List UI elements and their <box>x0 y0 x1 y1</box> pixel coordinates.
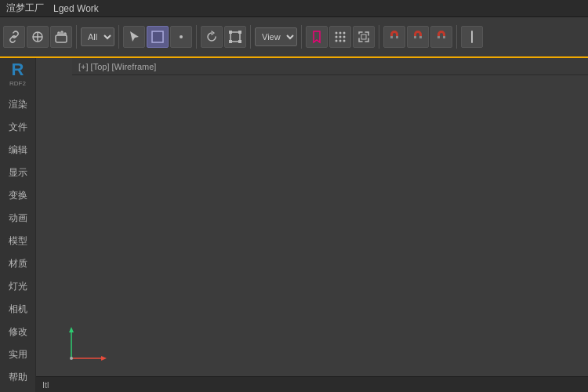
sidebar-item-animation[interactable]: 动画 <box>1 207 35 229</box>
toolbar: All Vie <box>0 17 588 58</box>
sidebar-item-display[interactable]: 显示 <box>1 162 35 183</box>
separator-6 <box>379 25 379 49</box>
separator-2 <box>118 25 119 49</box>
app-name: 渲梦工厂 <box>6 2 44 15</box>
svg-point-11 <box>336 32 338 34</box>
rectangle-select-icon[interactable] <box>147 26 169 48</box>
sidebar-item-utilities[interactable]: 实用 <box>1 343 35 365</box>
svg-rect-20 <box>361 34 366 39</box>
doc-name: Lged Work <box>53 3 99 14</box>
svg-rect-23 <box>414 36 416 38</box>
svg-marker-31 <box>101 356 107 361</box>
separator-7 <box>456 25 457 49</box>
separator-5 <box>301 25 302 49</box>
viewport-label: [+] [Top] [Wireframe] <box>78 62 156 71</box>
vertical-line-icon[interactable] <box>461 26 483 48</box>
sidebar-item-render[interactable]: 渲染 <box>1 93 35 115</box>
svg-rect-10 <box>238 40 241 43</box>
bookmark-icon[interactable] <box>306 26 328 48</box>
viewport-header: [+] [Top] [Wireframe] <box>72 58 588 75</box>
sidebar-item-file[interactable]: 文件 <box>1 116 35 138</box>
select-cross-icon[interactable] <box>27 26 49 48</box>
transform-box-icon[interactable] <box>224 26 246 48</box>
sidebar-item-camera[interactable]: 相机 <box>1 298 35 320</box>
separator-3 <box>196 25 197 49</box>
svg-point-12 <box>339 32 342 34</box>
sidebar-item-edit[interactable]: 编辑 <box>1 139 35 161</box>
svg-point-14 <box>336 36 338 38</box>
select-arrow-icon[interactable] <box>123 26 145 48</box>
svg-marker-29 <box>69 327 74 332</box>
axis-indicator <box>60 323 107 372</box>
status-bar: Itl <box>36 376 588 392</box>
magnet-red-icon[interactable] <box>383 26 405 48</box>
app-logo: R <box>12 61 24 78</box>
svg-rect-21 <box>390 36 393 38</box>
svg-point-5 <box>180 35 183 38</box>
svg-rect-24 <box>419 36 422 38</box>
dot-point-icon[interactable] <box>170 26 192 48</box>
svg-point-17 <box>336 40 338 42</box>
title-bar: 渲梦工厂 Lged Work <box>0 0 588 17</box>
magnet-red3-icon[interactable] <box>430 26 452 48</box>
svg-point-18 <box>339 40 342 42</box>
sidebar-item-lighting[interactable]: 灯光 <box>1 275 35 297</box>
snap-icon[interactable] <box>353 26 375 48</box>
view-dropdown[interactable]: View <box>255 27 297 46</box>
filter-dropdown[interactable]: All <box>81 27 114 46</box>
svg-point-19 <box>343 40 346 42</box>
status-text: Itl <box>42 380 49 390</box>
app-logo-sub: RDF2 <box>9 80 26 87</box>
rotate-icon[interactable] <box>201 26 223 48</box>
svg-rect-7 <box>229 31 232 34</box>
sidebar-item-transform[interactable]: 变换 <box>1 184 35 206</box>
hand-icon[interactable] <box>50 26 72 48</box>
svg-point-32 <box>70 357 73 360</box>
sidebar-item-help[interactable]: 帮助 <box>1 366 35 388</box>
sidebar-item-model[interactable]: 模型 <box>1 230 35 252</box>
link-icon[interactable] <box>3 26 25 48</box>
svg-rect-25 <box>437 36 440 38</box>
svg-point-13 <box>343 32 346 34</box>
svg-rect-26 <box>443 36 445 38</box>
svg-rect-22 <box>396 36 398 38</box>
separator-1 <box>76 25 77 49</box>
sidebar-item-modify[interactable]: 修改 <box>1 321 35 343</box>
svg-rect-3 <box>56 35 67 42</box>
magnet-red2-icon[interactable] <box>407 26 429 48</box>
svg-point-16 <box>343 36 346 38</box>
svg-rect-9 <box>229 40 232 43</box>
svg-rect-4 <box>152 31 163 42</box>
svg-point-15 <box>339 36 342 38</box>
sidebar: R RDF2 渲染 文件 编辑 显示 变换 动画 模型 <box>0 58 36 392</box>
separator-4 <box>250 25 251 49</box>
svg-rect-8 <box>238 31 241 34</box>
sidebar-item-material[interactable]: 材质 <box>1 252 35 274</box>
grid-dots-icon[interactable] <box>329 26 351 48</box>
viewport: [+] [Top] [Wireframe] <box>36 58 588 392</box>
